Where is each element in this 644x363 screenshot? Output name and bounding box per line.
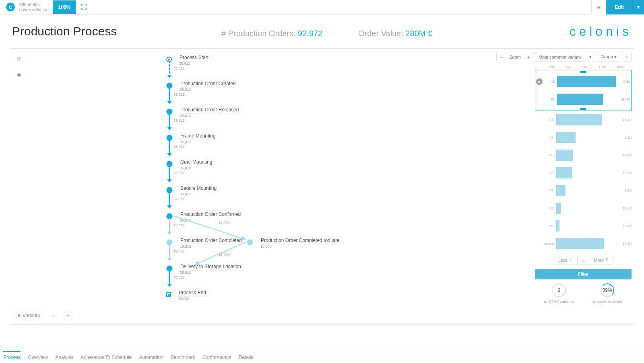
variant-row[interactable]: #9 16.0d xyxy=(535,217,632,235)
variant-bar xyxy=(556,167,572,178)
kpi-value: Order Value: 280M € xyxy=(358,29,432,38)
tab-overview[interactable]: Overview xyxy=(28,352,48,363)
variant-bar xyxy=(556,132,576,143)
edge-count: 16,000 xyxy=(219,221,230,225)
variant-bar xyxy=(556,114,602,125)
variants-less-button[interactable]: − xyxy=(48,311,59,320)
zoom-out-button[interactable]: − xyxy=(497,52,507,62)
variants-count-label: of 3,139 variants xyxy=(544,299,574,304)
variant-row[interactable]: #8 11.8d xyxy=(535,199,632,217)
variant-label: others xyxy=(544,242,553,246)
variant-row[interactable]: #2 16.4d xyxy=(536,90,630,108)
variant-label: #8 xyxy=(544,206,553,210)
variant-duration: 12.0d xyxy=(619,153,632,157)
variant-duration: 18.9d xyxy=(619,171,632,175)
variant-row[interactable]: #3 13.1d xyxy=(535,111,632,129)
variant-label: #2 xyxy=(545,97,555,101)
cases-pct-label: of cases covered xyxy=(592,299,623,304)
app-logo-icon[interactable]: C xyxy=(6,2,15,12)
variant-panel: Most common variant▾ Graph ▾ › 0%5%10%15… xyxy=(535,52,632,321)
edit-button[interactable]: Edit xyxy=(606,0,633,14)
variant-bar xyxy=(557,76,616,87)
less-more-control: Less ⇓ ⌂ More ⇑ xyxy=(553,255,613,265)
brand-logo: celonis xyxy=(569,24,632,39)
kpi-orders: # Production Orders: 92,972 xyxy=(221,29,322,38)
variant-duration: 8.0d xyxy=(619,189,632,193)
variant-sort-dropdown[interactable]: Most common variant▾ xyxy=(535,52,595,62)
variant-row[interactable]: #4 9.8d xyxy=(535,129,632,146)
tab-benchmark[interactable]: Benchmark xyxy=(171,352,195,363)
variant-label: #7 xyxy=(544,189,553,193)
play-icon[interactable]: ▶ xyxy=(536,78,543,85)
variants-count-circle: 2 xyxy=(552,283,566,297)
tab-details[interactable]: Details xyxy=(239,352,254,363)
variant-row[interactable]: others 19.6d xyxy=(535,235,632,252)
variant-label: #3 xyxy=(544,118,553,122)
variant-summary: 2 of 3,139 variants 39% of cases covered xyxy=(535,283,632,304)
variant-row[interactable]: ▶#1 9.8d xyxy=(536,73,630,90)
variant-label: #1 xyxy=(545,80,555,84)
tab-process[interactable]: Process xyxy=(3,351,21,363)
variant-row[interactable]: #5 12.0d xyxy=(535,146,632,164)
process-canvas: ⦀⦀ ◉ Process Start 35,81235,812 Producti… xyxy=(9,48,635,325)
filter-button[interactable]: Filter xyxy=(535,269,632,279)
zoom-control: − Zoom + xyxy=(496,52,534,62)
chevron-down-icon: ▾ xyxy=(614,54,617,59)
cases-pct-circle: 39% xyxy=(601,283,614,297)
topbar: C 93k of 93k cases selected 100% ⛶ ≡ Edi… xyxy=(0,0,644,14)
variant-bar xyxy=(556,150,573,161)
variant-label: #5 xyxy=(544,153,553,157)
variant-bar xyxy=(557,94,603,105)
zoom-in-button[interactable]: + xyxy=(523,52,534,62)
variant-duration: 16.4d xyxy=(618,97,630,101)
sort-asc-icon: ⇓ xyxy=(569,257,572,263)
more-button[interactable]: More ⇑ xyxy=(589,255,613,265)
variant-bar xyxy=(556,220,559,232)
panel-next-button[interactable]: › xyxy=(622,52,632,62)
chevron-down-icon: ▾ xyxy=(589,54,592,59)
home-icon: ⌂ xyxy=(582,258,585,263)
tab-conformance[interactable]: Conformance xyxy=(202,352,231,363)
menu-icon[interactable]: ≡ xyxy=(591,0,606,14)
tab-analysis[interactable]: Analysis xyxy=(55,352,73,363)
zoom-label: Zoom xyxy=(507,55,523,59)
variant-duration: 16.0d xyxy=(619,224,632,228)
variant-row[interactable]: #7 8.0d xyxy=(535,182,632,199)
variant-bar xyxy=(556,238,604,249)
home-button[interactable]: ⌂ xyxy=(577,255,589,265)
variant-duration: 9.8d xyxy=(619,135,632,139)
edit-dropdown-button[interactable]: ▾ xyxy=(633,0,644,14)
edge-count: 16,000 xyxy=(219,252,230,256)
variant-label: #6 xyxy=(544,171,553,175)
visibility-tool-icon[interactable]: ◉ xyxy=(12,68,25,81)
canvas-tools: ⦀⦀ ◉ xyxy=(12,53,25,81)
bottom-tabs: ProcessOverviewAnalysisAdherence To Sche… xyxy=(0,351,644,363)
variant-row[interactable]: #6 18.9d xyxy=(535,164,632,182)
cases-pct-badge: 100% xyxy=(53,0,76,14)
variant-duration: 11.8d xyxy=(619,206,632,210)
variants-more-button[interactable]: + xyxy=(63,311,73,320)
variants-icon: ⠿ xyxy=(18,314,20,318)
variant-duration: 19.6d xyxy=(619,242,632,246)
page-title: Production Process xyxy=(12,25,117,38)
variant-bar xyxy=(556,203,561,214)
cases-selected-label: 93k of 93k cases selected xyxy=(19,2,49,12)
variants-label: ⠿ Variants xyxy=(13,311,44,320)
tab-automation[interactable]: Automation xyxy=(139,352,163,363)
graph-mode-button[interactable]: Graph ▾ xyxy=(597,52,620,62)
variant-scale: 0%5%10%15%20% xyxy=(535,64,632,70)
variant-duration: 9.8d xyxy=(618,80,630,84)
tab-adherence-to-schedule[interactable]: Adherence To Schedule xyxy=(80,352,132,363)
variant-duration: 13.1d xyxy=(619,118,632,122)
process-flow: Process Start 35,81235,812 Production Or… xyxy=(158,53,440,311)
variant-label: #4 xyxy=(544,135,553,139)
sort-desc-icon: ⇑ xyxy=(605,257,609,263)
less-button[interactable]: Less ⇓ xyxy=(553,255,577,265)
selection-tool-icon[interactable]: ⛶ xyxy=(81,4,87,11)
tally-tool-icon[interactable]: ⦀⦀ xyxy=(12,53,25,66)
variant-label: #9 xyxy=(544,224,553,228)
variant-bar xyxy=(556,185,566,196)
variants-stepper: ⠿ Variants − + xyxy=(13,311,73,320)
